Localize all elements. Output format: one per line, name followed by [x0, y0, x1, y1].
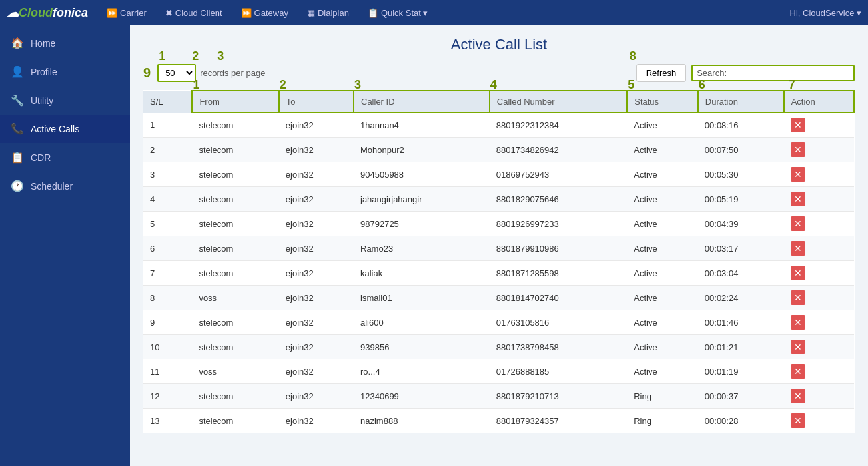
- cell-status: Ring: [627, 409, 698, 433]
- cell-status: Active: [627, 212, 698, 236]
- cell-sl: 6: [143, 236, 192, 261]
- cell-from: stelecom: [192, 409, 278, 433]
- cell-duration: 00:00:28: [698, 409, 784, 433]
- delete-button[interactable]: ✕: [791, 142, 805, 157]
- nav-dialplan[interactable]: ▦ Dialplan: [300, 8, 356, 18]
- table-row: 7 stelecom ejoin32 kaliak 8801871285598 …: [143, 261, 854, 286]
- cell-caller-id: ali600: [354, 310, 490, 335]
- cell-status: Active: [627, 236, 698, 261]
- col-header-sl: S/L: [143, 91, 192, 113]
- cell-sl: 2: [143, 138, 192, 162]
- cell-caller-id: nazim888: [354, 409, 490, 433]
- cell-sl: 11: [143, 359, 192, 384]
- cell-caller-id: kaliak: [354, 261, 490, 286]
- cell-called-number: 8801922312384: [490, 113, 627, 138]
- cell-to: ejoin32: [279, 187, 354, 212]
- user-menu[interactable]: Hi, CloudService ▾: [790, 8, 861, 18]
- delete-button[interactable]: ✕: [791, 216, 805, 231]
- cell-caller-id: jahangirjahangir: [354, 187, 490, 212]
- cell-duration: 00:00:37: [698, 384, 784, 409]
- cell-called-number: 8801738798458: [490, 335, 627, 359]
- cell-from: stelecom: [192, 384, 278, 409]
- cell-duration: 00:03:17: [698, 236, 784, 261]
- toolbar-right: 8 Refresh Search:: [636, 64, 855, 82]
- cell-status: Active: [627, 286, 698, 310]
- cell-action: ✕: [784, 409, 854, 433]
- col-header-from: 1 From: [192, 91, 278, 113]
- cell-caller-id: 939856: [354, 335, 490, 359]
- cell-duration: 00:08:16: [698, 113, 784, 138]
- cell-status: Active: [627, 359, 698, 384]
- col-header-to: 2 To: [279, 91, 354, 113]
- cell-caller-id: Mohonpur2: [354, 138, 490, 162]
- cell-duration: 00:01:21: [698, 335, 784, 359]
- cell-sl: 13: [143, 409, 192, 433]
- table-row: 9 stelecom ejoin32 ali600 01763105816 Ac…: [143, 310, 854, 335]
- cell-from: stelecom: [192, 236, 278, 261]
- cell-from: stelecom: [192, 212, 278, 236]
- cell-from: stelecom: [192, 113, 278, 138]
- delete-button[interactable]: ✕: [791, 192, 805, 206]
- nav-cloud-client[interactable]: ✖ Cloud Client: [159, 8, 229, 18]
- delete-button[interactable]: ✕: [791, 266, 805, 280]
- cell-called-number: 01726888185: [490, 359, 627, 384]
- cell-status: Active: [627, 138, 698, 162]
- delete-button[interactable]: ✕: [791, 167, 805, 182]
- search-box: Search:: [691, 65, 855, 81]
- cell-sl: 12: [143, 384, 192, 409]
- search-input[interactable]: [729, 68, 849, 78]
- cell-from: stelecom: [192, 138, 278, 162]
- annotation-3: 3: [217, 49, 224, 63]
- cell-duration: 00:05:30: [698, 162, 784, 187]
- cell-action: ✕: [784, 384, 854, 409]
- cell-action: ✕: [784, 212, 854, 236]
- delete-button[interactable]: ✕: [791, 290, 805, 305]
- delete-button[interactable]: ✕: [791, 118, 805, 132]
- main-content: Active Call List 9 1 50 25 100 2 3 recor…: [130, 25, 868, 466]
- col-header-action: Action: [784, 91, 854, 113]
- cell-from: stelecom: [192, 162, 278, 187]
- delete-button[interactable]: ✕: [791, 389, 805, 403]
- nav-gateway[interactable]: ⏩ Gateway: [234, 8, 295, 18]
- sidebar-item-home[interactable]: 🏠 Home: [0, 29, 130, 57]
- profile-icon: 👤: [11, 65, 24, 78]
- delete-button[interactable]: ✕: [791, 315, 805, 330]
- cell-sl: 3: [143, 162, 192, 187]
- cell-status: Active: [627, 187, 698, 212]
- cell-action: ✕: [784, 138, 854, 162]
- cell-duration: 00:04:39: [698, 212, 784, 236]
- cell-action: ✕: [784, 359, 854, 384]
- table-row: 6 stelecom ejoin32 Ramo23 8801879910986 …: [143, 236, 854, 261]
- records-per-page-select[interactable]: 50 25 100: [157, 64, 196, 82]
- cell-duration: 00:01:19: [698, 359, 784, 384]
- nav-carrier[interactable]: ⏩ Carrier: [100, 8, 153, 18]
- cell-called-number: 8801829075646: [490, 187, 627, 212]
- nav-quickstat[interactable]: 📋 Quick Stat ▾: [361, 8, 435, 18]
- cell-from: voss: [192, 359, 278, 384]
- cell-to: ejoin32: [279, 162, 354, 187]
- col-header-duration: 6 Duration 7: [698, 91, 784, 113]
- cell-to: ejoin32: [279, 310, 354, 335]
- refresh-button[interactable]: Refresh: [636, 64, 687, 82]
- sidebar-item-active-calls[interactable]: 📞 Active Calls: [0, 115, 130, 143]
- sidebar-item-cdr[interactable]: 📋 CDR: [0, 143, 130, 172]
- cell-status: Active: [627, 113, 698, 138]
- delete-button[interactable]: ✕: [791, 364, 805, 379]
- sidebar-item-utility[interactable]: 🔧 Utility: [0, 86, 130, 115]
- cell-sl: 1: [143, 113, 192, 138]
- cell-action: ✕: [784, 286, 854, 310]
- top-navigation: ☁Cloudfonica ⏩ Carrier ✖ Cloud Client ⏩ …: [0, 0, 868, 25]
- annotation-8: 8: [630, 49, 636, 63]
- delete-button[interactable]: ✕: [791, 241, 805, 256]
- cell-called-number: 01869752943: [490, 162, 627, 187]
- table-row: 13 stelecom ejoin32 nazim888 88018793243…: [143, 409, 854, 433]
- cell-from: voss: [192, 286, 278, 310]
- cell-to: ejoin32: [279, 409, 354, 433]
- delete-button[interactable]: ✕: [791, 413, 805, 428]
- cell-called-number: 8801926997233: [490, 212, 627, 236]
- utility-icon: 🔧: [11, 94, 24, 107]
- cell-from: stelecom: [192, 310, 278, 335]
- delete-button[interactable]: ✕: [791, 340, 805, 354]
- sidebar-item-scheduler[interactable]: 🕐 Scheduler: [0, 172, 130, 200]
- sidebar-item-profile[interactable]: 👤 Profile: [0, 57, 130, 86]
